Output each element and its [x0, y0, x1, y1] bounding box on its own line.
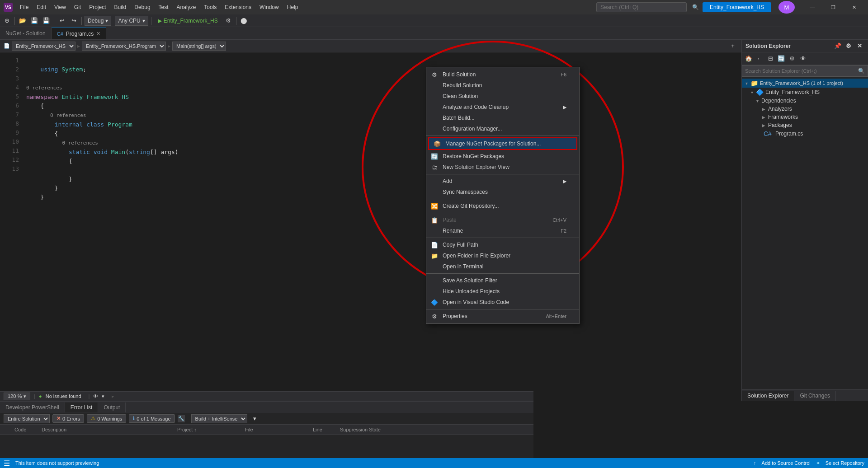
- save-btn[interactable]: 💾: [29, 16, 39, 26]
- ctx-save-solution-filter[interactable]: Save As Solution Filter: [426, 275, 579, 286]
- new-project-btn[interactable]: ⊕: [2, 16, 12, 26]
- zoom-dropdown[interactable]: 120 % ▾: [4, 393, 30, 400]
- ctx-manage-nuget[interactable]: 📦 Manage NuGet Packages for Solution...: [428, 137, 577, 150]
- class-dropdown[interactable]: Entity_Framework_HS.Program: [82, 42, 166, 51]
- config-dropdown[interactable]: Debug ▾: [85, 16, 111, 26]
- menu-debug[interactable]: Debug: [131, 2, 154, 12]
- redo-btn[interactable]: ↪: [69, 16, 79, 26]
- ctx-restore-nuget[interactable]: 🔄 Restore NuGet Packages: [426, 151, 579, 162]
- user-avatar[interactable]: M: [778, 1, 795, 14]
- ctx-build-solution[interactable]: ⚙ Build Solution F6: [426, 69, 579, 80]
- ctx-sync-namespaces[interactable]: Sync Namespaces: [426, 187, 579, 197]
- se-view-btn[interactable]: 👁: [798, 54, 808, 64]
- run-button[interactable]: ▶ Entity_Framework_HS: [154, 17, 222, 25]
- ctx-open-folder[interactable]: 📁 Open Folder in File Explorer: [426, 250, 579, 261]
- ctx-new-se-view[interactable]: 🗂 New Solution Explorer View: [426, 162, 579, 173]
- menu-file[interactable]: File: [16, 2, 32, 12]
- menu-extensions[interactable]: Extensions: [221, 2, 255, 12]
- tab-output[interactable]: Output: [98, 402, 126, 412]
- messages-filter-btn[interactable]: ℹ 0 of 1 Message: [129, 414, 175, 423]
- ctx-clean-solution[interactable]: Clean Solution: [426, 91, 579, 102]
- close-button[interactable]: ✕: [844, 0, 864, 14]
- error-list-panel: Entire Solution ✕ 0 Errors ⚠ 0 Warnings …: [0, 413, 533, 458]
- ctx-sep-3: [426, 199, 579, 199]
- add-source-control[interactable]: Add to Source Control: [762, 460, 811, 466]
- ctx-copy-full-path[interactable]: 📄 Copy Full Path: [426, 239, 579, 250]
- ctx-properties[interactable]: ⚙ Properties Alt+Enter: [426, 311, 579, 322]
- tab-error-list[interactable]: Error List: [65, 402, 99, 412]
- expand-editor-btn[interactable]: +: [728, 41, 738, 51]
- se-home-btn[interactable]: 🏠: [744, 54, 754, 64]
- platform-dropdown[interactable]: Any CPU ▾: [115, 16, 148, 26]
- se-pin-btn[interactable]: 📌: [833, 41, 843, 51]
- breakpoint-btn[interactable]: ⬤: [239, 16, 249, 26]
- error-panel-tabs: Developer PowerShell Error List Output: [0, 401, 533, 413]
- menu-help[interactable]: Help: [283, 2, 302, 12]
- ctx-add[interactable]: Add ▶: [426, 176, 579, 187]
- menu-build[interactable]: Build: [111, 2, 130, 12]
- menu-window[interactable]: Window: [256, 2, 283, 12]
- tab-bar: NuGet - Solution C# Program.cs ✕: [0, 27, 868, 40]
- open-file-btn[interactable]: 📂: [18, 16, 28, 26]
- menu-git[interactable]: Git: [71, 2, 85, 12]
- file-dropdown[interactable]: Entity_Framework_HS: [12, 42, 75, 51]
- menu-analyze[interactable]: Analyze: [173, 2, 200, 12]
- menu-edit[interactable]: Edit: [33, 2, 50, 12]
- se-tab-solution-explorer[interactable]: Solution Explorer: [742, 391, 794, 401]
- tree-packages[interactable]: ▶ Packages: [742, 121, 868, 129]
- error-settings-btn[interactable]: ▾: [250, 414, 260, 424]
- close-program-tab[interactable]: ✕: [96, 31, 100, 37]
- minimize-button[interactable]: —: [802, 0, 823, 14]
- tree-frameworks[interactable]: ▶ Frameworks: [742, 113, 868, 121]
- ctx-rename[interactable]: Rename F2: [426, 225, 579, 236]
- global-search[interactable]: [596, 2, 687, 12]
- build-filter-dropdown[interactable]: Build + IntelliSense: [191, 414, 247, 423]
- build-solution-icon: ⚙: [430, 71, 439, 78]
- maximize-button[interactable]: ❐: [823, 0, 844, 14]
- se-search-input[interactable]: [745, 68, 856, 74]
- attach-btn[interactable]: ⚙: [223, 16, 233, 26]
- tab-program[interactable]: C# Program.cs ✕: [52, 28, 106, 39]
- tree-project[interactable]: ▾ 🔷 Entity_Framework_HS: [742, 88, 868, 97]
- select-repository-btn[interactable]: Select Repository: [826, 460, 864, 466]
- tab-developer-powershell[interactable]: Developer PowerShell: [0, 402, 65, 412]
- ctx-rebuild-solution[interactable]: Rebuild Solution: [426, 80, 579, 91]
- code-editor: 📄 Entity_Framework_HS ▸ Entity_Framework…: [0, 40, 741, 401]
- save-all-btn[interactable]: 💾: [41, 16, 51, 26]
- menu-project[interactable]: Project: [85, 2, 109, 12]
- tree-solution[interactable]: ▾ 📁 Entity_Framework_HS (1 of 1 project): [742, 79, 868, 88]
- tree-program-cs[interactable]: C# Program.cs: [742, 129, 868, 138]
- menu-test[interactable]: Test: [155, 2, 172, 12]
- se-settings-btn[interactable]: ⚙: [844, 41, 854, 51]
- ctx-create-git-repo[interactable]: 🔀 Create Git Repository...: [426, 201, 579, 211]
- tree-dependencies[interactable]: ▾ Dependencies: [742, 97, 868, 105]
- menu-view[interactable]: View: [51, 2, 70, 12]
- scope-dropdown[interactable]: Entire Solution: [4, 414, 50, 423]
- se-nav-btn[interactable]: ←: [755, 54, 764, 64]
- warnings-filter-btn[interactable]: ⚠ 0 Warnings: [87, 414, 126, 423]
- ctx-config-manager[interactable]: Configuration Manager...: [426, 123, 579, 134]
- se-collapse-btn[interactable]: ⊟: [765, 54, 775, 64]
- ctx-analyze-cleanup[interactable]: Analyze and Code Cleanup ▶: [426, 102, 579, 112]
- se-close-btn[interactable]: ✕: [854, 41, 864, 51]
- code-text[interactable]: using System; 0 references namespace Ent…: [23, 52, 741, 401]
- se-search-box[interactable]: 🔍: [742, 65, 868, 77]
- ctx-open-terminal[interactable]: Open in Terminal: [426, 261, 579, 272]
- errors-filter-btn[interactable]: ✕ 0 Errors: [52, 414, 84, 423]
- ctx-hide-unloaded[interactable]: Hide Unloaded Projects: [426, 286, 579, 297]
- ctx-sep-4: [426, 213, 579, 213]
- vs-logo: VS: [4, 3, 13, 12]
- member-dropdown[interactable]: Main(string[] args): [172, 42, 226, 51]
- se-tab-git-changes[interactable]: Git Changes: [794, 391, 836, 401]
- status-text: This item does not support previewing: [15, 460, 99, 466]
- ctx-batch-build[interactable]: Batch Build...: [426, 112, 579, 123]
- se-filter-btn[interactable]: ⚙: [787, 54, 797, 64]
- code-lens-btn[interactable]: 👁: [93, 393, 98, 399]
- error-icon-btn[interactable]: 🔧: [178, 415, 185, 422]
- tab-nuget[interactable]: NuGet - Solution: [0, 28, 52, 39]
- menu-tools[interactable]: Tools: [200, 2, 220, 12]
- se-refresh-btn[interactable]: 🔄: [776, 54, 786, 64]
- undo-btn[interactable]: ↩: [57, 16, 67, 26]
- tree-analyzers[interactable]: ▶ Analyzers: [742, 105, 868, 113]
- ctx-open-vscode[interactable]: 🔷 Open in Visual Studio Code: [426, 297, 579, 308]
